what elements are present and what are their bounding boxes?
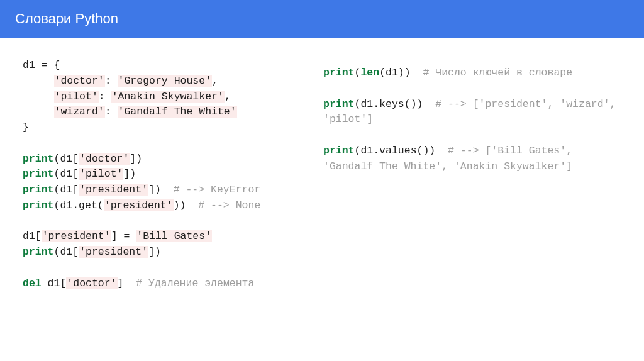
code-block-right: print(len(d1)) # Число ключей в словаре … <box>323 65 621 174</box>
slide-content: d1 = { 'doctor': 'Gregory House', 'pilot… <box>0 38 644 311</box>
code-column-left: d1 = { 'doctor': 'Gregory House', 'pilot… <box>23 58 293 291</box>
slide-title: Словари Python <box>15 11 118 27</box>
slide-header: Словари Python <box>0 0 644 38</box>
code-block-left: d1 = { 'doctor': 'Gregory House', 'pilot… <box>23 58 293 291</box>
code-column-right: print(len(d1)) # Число ключей в словаре … <box>323 58 621 291</box>
